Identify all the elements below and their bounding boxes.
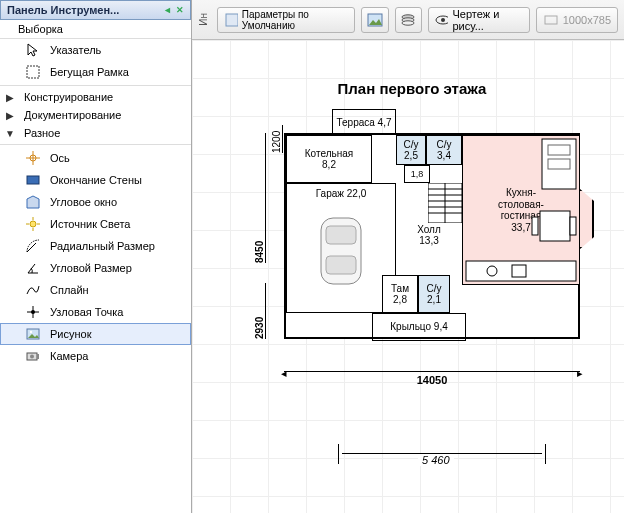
dim-bottom: 14050: [284, 374, 580, 386]
params-label: Параметры по Умолчанию: [242, 9, 349, 31]
plan-title: План первого этажа: [222, 80, 602, 97]
room-boiler: Котельная8,2: [286, 135, 372, 183]
bay-window: [580, 189, 594, 249]
group-label: Конструирование: [24, 91, 113, 103]
tool-axis[interactable]: Ось: [0, 147, 191, 169]
tool-label: Окончание Стены: [50, 174, 142, 186]
plan-outline: Терраса 4,7 Котельная8,2 С/у2,5 С/у3,4 1…: [284, 133, 580, 339]
svg-point-14: [31, 310, 35, 314]
picture-icon: [24, 326, 42, 342]
tool-spline[interactable]: Сплайн: [0, 279, 191, 301]
svg-rect-0: [27, 66, 39, 78]
room-tambour: Там2,8: [382, 275, 418, 313]
tool-panel-title: Панель Инструмен...: [7, 4, 119, 16]
tool-radial-dim[interactable]: Радиальный Размер: [0, 235, 191, 257]
room-porch: Крыльцо 9,4: [372, 313, 466, 341]
car-icon: [306, 208, 376, 298]
spline-icon: [24, 282, 42, 298]
light-icon: [24, 216, 42, 232]
svg-rect-20: [226, 14, 238, 26]
floor-plan: План первого этажа 1200 8450 2930 Террас…: [222, 80, 602, 466]
tool-marquee[interactable]: Бегущая Рамка: [0, 61, 191, 83]
svg-rect-43: [532, 217, 538, 235]
svg-rect-4: [27, 176, 39, 184]
params-button[interactable]: Параметры по Умолчанию: [217, 7, 355, 33]
tool-wall-end[interactable]: Окончание Стены: [0, 169, 191, 191]
group-document[interactable]: ▶ Документирование: [0, 106, 191, 124]
extra-dimension: 5 460: [342, 453, 542, 466]
tool-label: Указатель: [50, 44, 101, 56]
tool-label: Бегущая Рамка: [50, 66, 129, 78]
corner-window-icon: [24, 194, 42, 210]
tool-label: Камера: [50, 350, 88, 362]
room-terrace: Терраса 4,7: [332, 109, 396, 135]
svg-rect-19: [37, 354, 39, 359]
tool-label: Источник Света: [50, 218, 130, 230]
group-misc[interactable]: ▼ Разное: [0, 124, 191, 142]
tool-panel: Панель Инструмен... ◄ ✕ Выборка Указател…: [0, 0, 192, 513]
tool-label: Узловая Точка: [50, 306, 123, 318]
tool-node[interactable]: Узловая Точка: [0, 301, 191, 323]
drawing-view-button[interactable]: Чертеж и рису...: [428, 7, 530, 33]
tool-corner-window[interactable]: Угловое окно: [0, 191, 191, 213]
svg-rect-41: [540, 211, 570, 241]
params-icon: [224, 12, 238, 28]
svg-rect-29: [326, 226, 356, 244]
tool-light[interactable]: Источник Света: [0, 213, 191, 235]
axis-icon: [24, 150, 42, 166]
tool-label: Угловое окно: [50, 196, 117, 208]
drawing-canvas[interactable]: План первого этажа 1200 8450 2930 Террас…: [192, 40, 624, 513]
picture-icon: [367, 12, 383, 28]
room-wc3: С/у2,1: [418, 275, 450, 313]
room-closet: 1,8: [404, 165, 430, 183]
tool-label: Угловой Размер: [50, 262, 132, 274]
size-display[interactable]: 1000x785: [536, 7, 618, 33]
svg-point-6: [30, 221, 36, 227]
size-icon: [543, 12, 559, 28]
collapse-icon[interactable]: ◄: [163, 5, 172, 15]
drawing-label: Чертеж и рису...: [452, 8, 522, 32]
group-construct[interactable]: ▶ Конструирование: [0, 88, 191, 106]
side-label: Ин: [198, 13, 209, 26]
room-wc1: С/у2,5: [396, 135, 426, 165]
kitchen-furniture: [462, 135, 580, 285]
dim-left-1: 8450: [252, 133, 266, 263]
tool-angle-dim[interactable]: Угловой Размер: [0, 257, 191, 279]
pointer-icon: [24, 42, 42, 58]
tool-picture[interactable]: Рисунок: [0, 323, 191, 345]
group-label: Разное: [24, 127, 60, 139]
tool-label: Рисунок: [50, 328, 92, 340]
svg-point-18: [30, 355, 34, 359]
chevron-right-icon: ▶: [4, 92, 16, 103]
svg-line-11: [27, 243, 36, 252]
marquee-icon: [24, 64, 42, 80]
node-icon: [24, 304, 42, 320]
svg-point-16: [30, 331, 32, 333]
radial-icon: [24, 238, 42, 254]
tool-camera[interactable]: Камера: [0, 345, 191, 367]
extra-dim-label: 5 460: [418, 454, 454, 466]
dim-left-2: 2930: [252, 283, 266, 339]
svg-point-26: [441, 18, 445, 22]
eye-icon: [435, 12, 449, 28]
tool-label: Радиальный Размер: [50, 240, 155, 252]
chevron-right-icon: ▶: [4, 110, 16, 121]
tool-pointer[interactable]: Указатель: [0, 39, 191, 61]
chevron-down-icon: ▼: [4, 128, 16, 139]
group-selection[interactable]: Выборка: [0, 20, 191, 39]
svg-rect-27: [545, 16, 557, 24]
tool-label: Сплайн: [50, 284, 89, 296]
angle-icon: [24, 260, 42, 276]
picture-mode-button[interactable]: [361, 7, 388, 33]
layers-icon: [400, 12, 416, 28]
layers-button[interactable]: [395, 7, 422, 33]
group-label: Документирование: [24, 109, 121, 121]
size-label: 1000x785: [563, 14, 611, 26]
close-panel-icon[interactable]: ✕: [176, 5, 184, 15]
room-garage: Гараж 22,0: [286, 183, 396, 313]
svg-rect-38: [542, 139, 576, 189]
svg-rect-44: [466, 261, 576, 281]
wall-end-icon: [24, 172, 42, 188]
svg-point-24: [402, 20, 414, 24]
tool-panel-header[interactable]: Панель Инструмен... ◄ ✕: [0, 0, 191, 20]
